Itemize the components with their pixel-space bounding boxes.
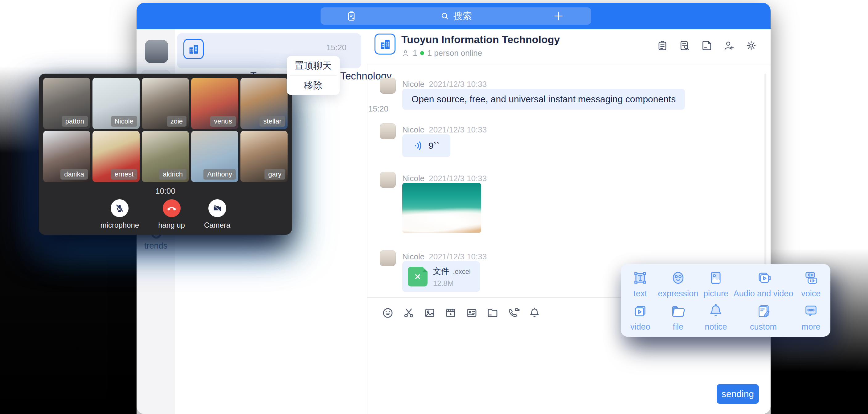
page-background-right (771, 0, 868, 414)
sender-name: Nicole (402, 252, 425, 261)
user-avatar[interactable] (145, 40, 168, 63)
camera-control: Camera (204, 199, 230, 229)
online-dot (420, 51, 424, 55)
file-message-card[interactable]: 文件 .excel 12.8M (402, 261, 480, 292)
menu-item-remove[interactable]: 移除 (287, 76, 340, 95)
sender-avatar[interactable] (380, 250, 396, 266)
sender-name: Nicole (402, 174, 425, 183)
sender-avatar[interactable] (380, 172, 396, 188)
send-button[interactable]: sending (717, 384, 759, 404)
participant-name: ernest (111, 169, 137, 180)
messages-scrollbar[interactable] (765, 74, 766, 289)
composer-toolbar (381, 307, 541, 319)
participant-tile: ernest (92, 131, 140, 182)
participant-name: Anthony (204, 169, 236, 180)
online-status: 1 person online (427, 49, 482, 58)
feature-expression[interactable]: expression (658, 267, 699, 300)
file-icon[interactable] (701, 40, 713, 52)
file-info: 文件 .excel 12.8M (433, 265, 471, 288)
feature-video[interactable]: video (623, 300, 658, 333)
participant-tile: patton (43, 78, 90, 129)
emoji-icon[interactable] (381, 307, 394, 319)
camera-off-button[interactable] (208, 199, 226, 217)
participant-name: patton (62, 116, 88, 127)
video-call-panel: patton Nicole zoie venus stellar danika … (39, 74, 292, 235)
call-controls: microphone hang up (39, 199, 292, 229)
chat-title: Tuoyun Information Technology (401, 34, 560, 45)
file-folder-icon[interactable] (486, 307, 499, 319)
message-timestamp: 2021/12/3 10:33 (429, 79, 487, 89)
video-call-icon[interactable] (507, 307, 520, 319)
members-icon (401, 49, 410, 57)
picture-blue-icon (707, 269, 724, 286)
camera-label: Camera (204, 221, 230, 229)
hang-up-control: hang up (158, 199, 185, 229)
message-note-icon[interactable] (346, 10, 357, 22)
feature-file[interactable]: file (658, 300, 699, 333)
participant-tile: zoie (142, 78, 189, 129)
top-bar: 搜索 (136, 3, 771, 29)
voice-duration: 9`` (429, 140, 440, 151)
feature-audio-video[interactable]: Audio and video (734, 267, 794, 300)
conversation-time: 15:20 (348, 104, 389, 114)
group-avatar-icon (183, 39, 204, 59)
participant-tile: venus (191, 78, 238, 129)
sender-avatar[interactable] (380, 123, 396, 139)
search-icon (440, 11, 450, 21)
participant-name: zoie (167, 116, 186, 127)
sidebar-item-trends-label[interactable]: trends (136, 241, 175, 251)
settings-gear-icon[interactable] (745, 40, 757, 52)
feature-custom[interactable]: custom (734, 300, 794, 333)
search-center[interactable]: 搜索 (440, 10, 472, 23)
excel-file-icon (408, 267, 428, 286)
participant-name: aldrich (159, 169, 186, 180)
custom-edit-icon (755, 302, 772, 320)
menu-item-pin-chat[interactable]: 置顶聊天 (287, 56, 340, 75)
participant-name: Nicole (111, 116, 137, 127)
participant-tile: danika (43, 131, 90, 182)
screenshot-scissors-icon[interactable] (402, 307, 415, 319)
add-member-icon[interactable] (723, 40, 735, 52)
file-name: 文件 (433, 266, 449, 276)
video-play-icon (631, 302, 649, 320)
more-bubble-icon (802, 302, 819, 320)
feature-more[interactable]: more (793, 300, 829, 333)
notice-bell-icon[interactable] (528, 307, 541, 319)
file-ext: .excel (453, 268, 470, 276)
sender-name: Nicole (402, 79, 425, 89)
text-icon (631, 269, 649, 286)
message-timestamp: 2021/12/3 10:33 (429, 174, 487, 183)
chat-history-search-icon[interactable] (679, 40, 690, 52)
participant-name: danika (60, 169, 88, 180)
video-clapper-icon[interactable] (444, 307, 457, 319)
message-bubble[interactable]: Open source, free, and universal instant… (402, 89, 685, 110)
microphone-control: microphone (100, 199, 139, 229)
feature-text[interactable]: text (623, 267, 658, 300)
voice-message-bubble[interactable]: 9`` (402, 134, 450, 157)
mic-off-button[interactable] (111, 199, 128, 217)
search-input[interactable]: 搜索 (320, 7, 591, 25)
chat-header-actions (656, 40, 757, 52)
voice-bubbles-icon (802, 269, 819, 286)
feature-notice[interactable]: notice (698, 300, 734, 333)
sender-avatar[interactable] (380, 77, 396, 94)
participant-tile: gary (241, 131, 287, 182)
participant-tile: stellar (241, 78, 287, 129)
search-placeholder: 搜索 (454, 10, 472, 23)
add-icon[interactable] (552, 10, 565, 22)
audio-video-icon (755, 269, 772, 286)
participant-grid: patton Nicole zoie venus stellar danika … (43, 78, 287, 182)
participant-tile: aldrich (142, 131, 189, 182)
group-notice-icon[interactable] (656, 40, 668, 52)
hang-up-button[interactable] (163, 199, 181, 217)
chat-header: Tuoyun Information Technology 1 1 person… (367, 29, 771, 64)
microphone-label: microphone (100, 221, 139, 229)
folder-icon (670, 302, 687, 320)
image-message-thumbnail[interactable] (402, 183, 481, 233)
bell-blue-icon (707, 302, 724, 320)
message-timestamp: 2021/12/3 10:33 (429, 252, 487, 261)
picture-icon[interactable] (423, 307, 436, 319)
contact-card-icon[interactable] (465, 307, 478, 319)
feature-picture[interactable]: picture (698, 267, 734, 300)
feature-voice[interactable]: voice (793, 267, 829, 300)
